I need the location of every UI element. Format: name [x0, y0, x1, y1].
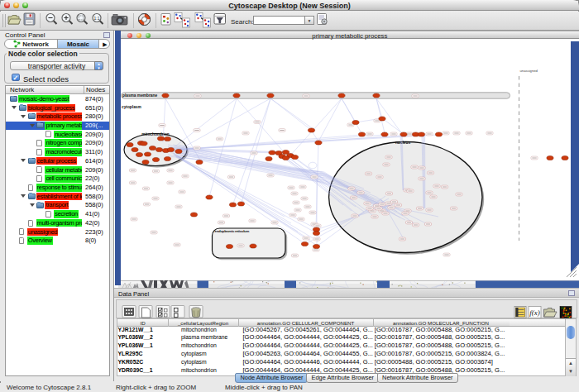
- svg-text:f(x): f(x): [529, 308, 540, 317]
- svg-text:endoplasmic reticulum: endoplasmic reticulum: [215, 229, 250, 233]
- svg-text:plasma membrane: plasma membrane: [122, 93, 157, 98]
- svg-text:1:1: 1:1: [94, 16, 100, 21]
- svg-text:unassigned: unassigned: [520, 69, 538, 73]
- svg-text:nucleus: nucleus: [395, 141, 410, 145]
- svg-text:mitochondrion: mitochondrion: [141, 132, 170, 136]
- svg-text:cytoplasm: cytoplasm: [122, 105, 141, 109]
